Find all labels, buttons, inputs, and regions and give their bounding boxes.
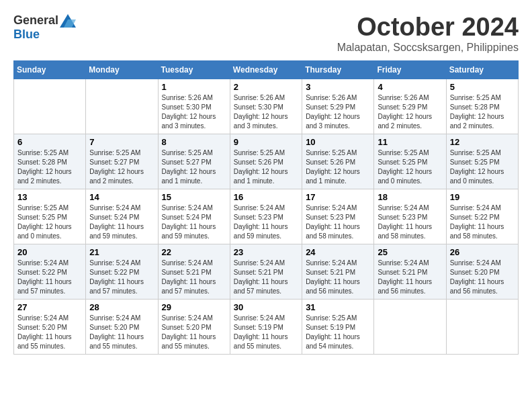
calendar-cell-info: Sunrise: 5:24 AM Sunset: 5:23 PM Dayligh… [378,203,442,241]
calendar-cell-info: Sunrise: 5:24 AM Sunset: 5:22 PM Dayligh… [17,259,82,296]
calendar-header-tuesday: Tuesday [158,60,230,79]
calendar-cell-info: Sunrise: 5:24 AM Sunset: 5:24 PM Dayligh… [162,203,226,241]
calendar-cell [86,79,158,134]
calendar-day-number: 1 [162,82,226,92]
calendar-day-number: 16 [234,192,298,202]
calendar-header-friday: Friday [374,60,446,79]
calendar-day-number: 31 [306,302,370,312]
calendar-cell-info: Sunrise: 5:24 AM Sunset: 5:20 PM Dayligh… [450,259,515,296]
month-title: October 2024 [337,13,519,42]
calendar-cell: 12Sunrise: 5:25 AM Sunset: 5:25 PM Dayli… [446,134,518,189]
calendar-cell-info: Sunrise: 5:24 AM Sunset: 5:20 PM Dayligh… [89,314,154,351]
calendar-day-number: 9 [234,137,298,147]
calendar-cell: 8Sunrise: 5:25 AM Sunset: 5:27 PM Daylig… [158,134,230,189]
calendar-cell: 29Sunrise: 5:24 AM Sunset: 5:20 PM Dayli… [158,299,230,354]
calendar-week-row: 20Sunrise: 5:24 AM Sunset: 5:22 PM Dayli… [14,244,519,299]
calendar-week-row: 13Sunrise: 5:25 AM Sunset: 5:25 PM Dayli… [14,189,519,244]
calendar-cell-info: Sunrise: 5:24 AM Sunset: 5:21 PM Dayligh… [306,259,370,296]
calendar-cell: 22Sunrise: 5:24 AM Sunset: 5:21 PM Dayli… [158,244,230,299]
calendar-cell-info: Sunrise: 5:25 AM Sunset: 5:27 PM Dayligh… [89,148,154,186]
calendar-day-number: 23 [234,247,298,257]
calendar-cell: 18Sunrise: 5:24 AM Sunset: 5:23 PM Dayli… [374,189,446,244]
calendar-cell: 31Sunrise: 5:25 AM Sunset: 5:19 PM Dayli… [302,299,374,354]
calendar-cell-info: Sunrise: 5:25 AM Sunset: 5:25 PM Dayligh… [450,148,515,186]
calendar-day-number: 28 [89,302,154,312]
calendar-day-number: 11 [378,137,442,147]
calendar-cell: 26Sunrise: 5:24 AM Sunset: 5:20 PM Dayli… [446,244,518,299]
calendar-day-number: 26 [450,247,515,257]
calendar-cell [446,299,518,354]
calendar-cell-info: Sunrise: 5:25 AM Sunset: 5:25 PM Dayligh… [378,148,442,186]
calendar-cell-info: Sunrise: 5:24 AM Sunset: 5:21 PM Dayligh… [234,259,298,296]
calendar-day-number: 10 [306,137,370,147]
calendar-cell: 9Sunrise: 5:25 AM Sunset: 5:26 PM Daylig… [230,134,302,189]
location: Malapatan, Soccsksargen, Philippines [337,42,519,54]
calendar-cell-info: Sunrise: 5:26 AM Sunset: 5:29 PM Dayligh… [306,93,370,131]
calendar-header-saturday: Saturday [446,60,518,79]
calendar-header-sunday: Sunday [14,60,86,79]
calendar-header-monday: Monday [86,60,158,79]
calendar-day-number: 15 [162,192,226,202]
calendar-cell-info: Sunrise: 5:24 AM Sunset: 5:19 PM Dayligh… [234,314,298,351]
calendar-cell [374,299,446,354]
calendar-cell-info: Sunrise: 5:24 AM Sunset: 5:23 PM Dayligh… [234,203,298,241]
logo-general-text: General [13,13,58,28]
calendar-day-number: 24 [306,247,370,257]
calendar-cell-info: Sunrise: 5:24 AM Sunset: 5:20 PM Dayligh… [162,314,226,351]
calendar-cell-info: Sunrise: 5:25 AM Sunset: 5:28 PM Dayligh… [450,93,515,131]
calendar-cell: 11Sunrise: 5:25 AM Sunset: 5:25 PM Dayli… [374,134,446,189]
calendar-cell-info: Sunrise: 5:25 AM Sunset: 5:19 PM Dayligh… [306,314,370,351]
calendar-cell-info: Sunrise: 5:24 AM Sunset: 5:22 PM Dayligh… [89,259,154,296]
calendar-cell: 17Sunrise: 5:24 AM Sunset: 5:23 PM Dayli… [302,189,374,244]
calendar-day-number: 21 [89,247,154,257]
calendar-week-row: 6Sunrise: 5:25 AM Sunset: 5:28 PM Daylig… [14,134,519,189]
calendar-cell: 4Sunrise: 5:26 AM Sunset: 5:29 PM Daylig… [374,79,446,134]
calendar-day-number: 7 [89,137,154,147]
calendar-cell: 19Sunrise: 5:24 AM Sunset: 5:22 PM Dayli… [446,189,518,244]
calendar-day-number: 25 [378,247,442,257]
calendar-day-number: 17 [306,192,370,202]
logo: General Blue [13,13,76,42]
calendar-cell-info: Sunrise: 5:24 AM Sunset: 5:21 PM Dayligh… [162,259,226,296]
calendar-day-number: 2 [234,82,298,92]
logo-blue-text: Blue [13,28,40,42]
calendar-cell-info: Sunrise: 5:26 AM Sunset: 5:29 PM Dayligh… [378,93,442,131]
calendar-day-number: 4 [378,82,442,92]
calendar-cell-info: Sunrise: 5:25 AM Sunset: 5:25 PM Dayligh… [17,203,82,241]
calendar-cell-info: Sunrise: 5:24 AM Sunset: 5:21 PM Dayligh… [378,259,442,296]
calendar-cell-info: Sunrise: 5:25 AM Sunset: 5:27 PM Dayligh… [162,148,226,186]
logo-icon [60,14,76,28]
calendar-cell-info: Sunrise: 5:24 AM Sunset: 5:24 PM Dayligh… [89,203,154,241]
calendar-day-number: 20 [17,247,82,257]
calendar-day-number: 27 [17,302,82,312]
calendar-cell: 15Sunrise: 5:24 AM Sunset: 5:24 PM Dayli… [158,189,230,244]
calendar-day-number: 29 [162,302,226,312]
calendar-day-number: 3 [306,82,370,92]
calendar-cell-info: Sunrise: 5:24 AM Sunset: 5:22 PM Dayligh… [450,203,515,241]
calendar-day-number: 19 [450,192,515,202]
calendar-cell-info: Sunrise: 5:24 AM Sunset: 5:20 PM Dayligh… [17,314,82,351]
calendar-day-number: 5 [450,82,515,92]
calendar-cell: 5Sunrise: 5:25 AM Sunset: 5:28 PM Daylig… [446,79,518,134]
calendar-cell: 28Sunrise: 5:24 AM Sunset: 5:20 PM Dayli… [86,299,158,354]
calendar-day-number: 13 [17,192,82,202]
calendar-cell: 25Sunrise: 5:24 AM Sunset: 5:21 PM Dayli… [374,244,446,299]
calendar-cell-info: Sunrise: 5:25 AM Sunset: 5:26 PM Dayligh… [306,148,370,186]
calendar-header-row: SundayMondayTuesdayWednesdayThursdayFrid… [14,60,519,79]
calendar-cell [14,79,86,134]
calendar-day-number: 6 [17,137,82,147]
calendar-week-row: 1Sunrise: 5:26 AM Sunset: 5:30 PM Daylig… [14,79,519,134]
calendar-cell: 6Sunrise: 5:25 AM Sunset: 5:28 PM Daylig… [14,134,86,189]
calendar-cell: 1Sunrise: 5:26 AM Sunset: 5:30 PM Daylig… [158,79,230,134]
calendar-table: SundayMondayTuesdayWednesdayThursdayFrid… [13,60,519,355]
calendar-header-thursday: Thursday [302,60,374,79]
calendar-cell: 13Sunrise: 5:25 AM Sunset: 5:25 PM Dayli… [14,189,86,244]
calendar-day-number: 30 [234,302,298,312]
calendar-cell: 7Sunrise: 5:25 AM Sunset: 5:27 PM Daylig… [86,134,158,189]
title-block: October 2024 Malapatan, Soccsksargen, Ph… [337,13,519,54]
calendar-day-number: 8 [162,137,226,147]
calendar-header-wednesday: Wednesday [230,60,302,79]
calendar-cell: 21Sunrise: 5:24 AM Sunset: 5:22 PM Dayli… [86,244,158,299]
calendar-week-row: 27Sunrise: 5:24 AM Sunset: 5:20 PM Dayli… [14,299,519,354]
calendar-cell-info: Sunrise: 5:26 AM Sunset: 5:30 PM Dayligh… [234,93,298,131]
